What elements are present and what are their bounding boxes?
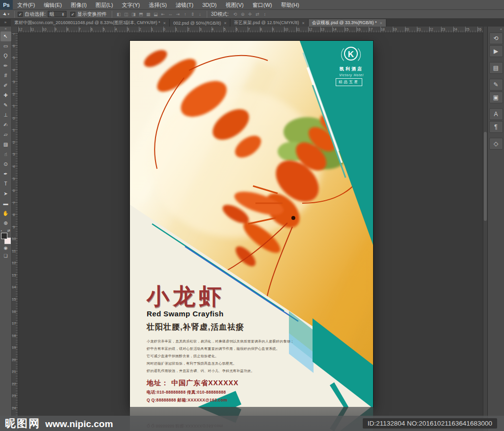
dodge-tool[interactable]: ⊙: [0, 159, 11, 169]
pen-tool[interactable]: ✒: [0, 169, 11, 179]
crop-tool[interactable]: #: [0, 71, 11, 81]
ruler-number: 5: [102, 27, 114, 31]
clone-stamp-tool[interactable]: ⊥: [0, 110, 11, 120]
ruler-number: 5: [12, 176, 16, 188]
distribute-bottom-icon[interactable]: ↓: [196, 12, 204, 17]
path-selection-tool[interactable]: ➤: [0, 189, 11, 199]
distribute-left-icon[interactable]: ⇤: [159, 12, 167, 17]
ruler-number: 6: [12, 43, 16, 56]
distribute-right-icon[interactable]: ⇥: [174, 12, 182, 17]
tools-collapse-icon[interactable]: «: [5, 27, 7, 31]
layer-comps-panel-icon[interactable]: ▤: [489, 62, 503, 74]
auto-select-dropdown[interactable]: 组 ▲▼: [48, 11, 66, 17]
ruler-number: 6: [12, 188, 16, 200]
shape-tool[interactable]: ▬: [0, 199, 11, 209]
lasso-tool[interactable]: Ϙ: [0, 51, 11, 61]
menu-item[interactable]: 滤镜(T): [171, 0, 198, 10]
align-top-icon[interactable]: ⬒: [137, 12, 145, 17]
3d-slide-icon[interactable]: ⇄: [253, 12, 261, 17]
menu-item[interactable]: 3D(D): [198, 0, 221, 10]
eraser-tool[interactable]: ▱: [0, 130, 11, 140]
ruler-number: 16: [355, 27, 368, 31]
3d-panel-icon[interactable]: ◇: [489, 138, 503, 150]
scrollbar-thumb[interactable]: [484, 132, 487, 221]
menu-item[interactable]: 帮助(H): [277, 0, 304, 10]
ruler-number: 1: [174, 27, 187, 31]
3d-scale-icon[interactable]: ↕: [261, 12, 268, 17]
vertical-scrollbar[interactable]: [483, 27, 487, 431]
dock-collapse-icon[interactable]: «: [500, 27, 504, 32]
close-tab-icon[interactable]: ×: [163, 21, 166, 26]
document-tab-1[interactable]: 素材中国sccnn.com_201608011048.psd @ 8.33%(图…: [11, 19, 170, 27]
distribute-hcenter-icon[interactable]: ⇔: [167, 12, 174, 17]
ruler-number: 7: [12, 33, 16, 43]
3d-pan-icon[interactable]: ✛: [246, 12, 253, 17]
menu-item[interactable]: 文字(Y): [118, 0, 145, 10]
ruler-number: 11: [12, 248, 16, 261]
document-canvas[interactable]: K 凯利酒店 Victory Hotel 精品五星 小龙虾 Red Swamp …: [18, 33, 483, 431]
tabbar-chevron-icon[interactable]: »: [0, 19, 11, 27]
align-right-icon[interactable]: ◨: [130, 12, 137, 17]
tab-label: 002.psd @ 50%(RGB/8): [173, 21, 221, 26]
foreground-color-swatch[interactable]: [1, 233, 7, 239]
distribute-vcenter-icon[interactable]: ⇕: [189, 12, 196, 17]
align-hcenter-icon[interactable]: ◫: [123, 12, 130, 17]
document-tab-2[interactable]: 002.psd @ 50%(RGB/8) ×: [170, 19, 230, 27]
tab-label: 会议模板.psd @ 33.3%(RGB/8) *: [312, 20, 377, 26]
auto-select-checkbox[interactable]: ✓: [18, 12, 23, 17]
actions-panel-icon[interactable]: ▶: [489, 45, 503, 57]
zoom-tool[interactable]: ⊕: [0, 218, 11, 228]
default-colors-icon[interactable]: ▪: [1, 229, 2, 232]
close-tab-icon[interactable]: ×: [224, 21, 226, 26]
type-tool[interactable]: T: [0, 179, 11, 189]
tab-label: 素材中国sccnn.com_201608011048.psd @ 8.33%(图…: [14, 20, 160, 26]
gradient-tool[interactable]: ▨: [0, 140, 11, 150]
character-panel-icon[interactable]: A: [489, 108, 503, 120]
close-tab-icon[interactable]: ×: [302, 21, 305, 26]
distribute-top-icon[interactable]: ↑: [182, 12, 189, 17]
show-transform-checkbox[interactable]: ✓: [70, 12, 75, 17]
show-transform-label: 显示变换控件: [77, 11, 107, 18]
move-tool[interactable]: ↖: [0, 31, 11, 41]
clone-source-panel-icon[interactable]: ▣: [489, 92, 503, 103]
menu-item[interactable]: 编辑(E): [39, 0, 66, 10]
photoshop-window: Ps 文件(F)编辑(E)图像(I)图层(L)文字(Y)选择(S)滤镜(T)3D…: [0, 0, 504, 431]
menu-item[interactable]: 选择(S): [144, 0, 171, 10]
hand-tool[interactable]: ✋: [0, 209, 11, 218]
healing-brush-tool[interactable]: ✚: [0, 91, 11, 100]
swap-colors-icon[interactable]: ⇄: [7, 229, 10, 233]
history-brush-tool[interactable]: ✍: [0, 120, 11, 130]
screen-mode-icon[interactable]: ❏: [0, 252, 11, 260]
align-vcenter-icon[interactable]: ▦: [145, 12, 152, 17]
history-panel-icon[interactable]: ⟲: [489, 32, 503, 44]
document-tab-3[interactable]: 茶艺展架.psd @ 12.5%(CMYK/8) ×: [230, 19, 308, 27]
ruler-number: 15: [12, 297, 16, 309]
brush-tool[interactable]: ✎: [0, 100, 11, 110]
tool-preset-caret-icon[interactable]: ▾: [8, 12, 10, 16]
rectangular-marquee-tool[interactable]: ▭: [0, 41, 11, 51]
brush-panel-icon[interactable]: ✎: [489, 79, 503, 91]
eyedropper-tool[interactable]: ✐: [0, 81, 11, 91]
quick-selection-tool[interactable]: ✏: [0, 61, 11, 71]
dropdown-stepper-icon[interactable]: ▲▼: [62, 12, 64, 16]
menu-item[interactable]: 图层(L): [91, 0, 117, 10]
ruler-number: 24: [452, 27, 465, 31]
menu-item[interactable]: 视图(V): [221, 0, 248, 10]
align-bottom-icon[interactable]: ⬓: [152, 12, 159, 17]
close-tab-icon[interactable]: ×: [379, 21, 382, 26]
menu-item[interactable]: 窗口(W): [248, 0, 277, 10]
3d-rotate-icon[interactable]: ⟲: [231, 12, 239, 17]
site-name: 昵图网: [5, 416, 40, 431]
quick-mask-icon[interactable]: ◉: [0, 244, 11, 252]
ruler-number: 0: [162, 27, 175, 31]
align-left-icon[interactable]: ◧: [115, 12, 123, 17]
menu-item[interactable]: 图像(I): [66, 0, 91, 10]
ruler-number: 12: [12, 260, 16, 273]
document-tab-4-active[interactable]: 会议模板.psd @ 33.3%(RGB/8) * ×: [309, 19, 386, 27]
ruler-number: 16: [12, 309, 16, 321]
ruler-number: 3: [12, 152, 16, 164]
paragraph-panel-icon[interactable]: ¶: [489, 121, 503, 133]
smudge-tool[interactable]: ☝: [0, 150, 11, 159]
3d-roll-icon[interactable]: ⊚: [239, 12, 246, 17]
menu-item[interactable]: 文件(F): [13, 0, 39, 10]
